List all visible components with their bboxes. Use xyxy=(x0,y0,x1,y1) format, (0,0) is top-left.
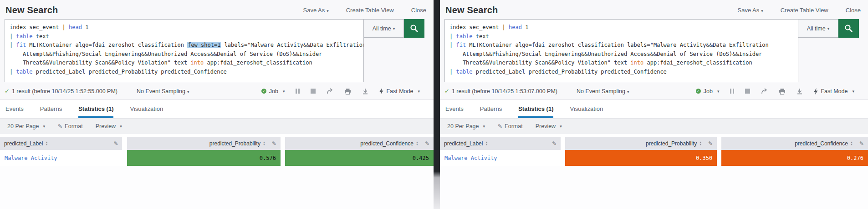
sort-icon[interactable]: ▲▼ xyxy=(45,141,48,146)
edit-column-icon[interactable]: ✎ xyxy=(859,140,864,147)
chevron-down-icon: ▾ xyxy=(852,89,854,94)
search-query-input[interactable]: index=sec_event | head 1| table text| fi… xyxy=(5,19,364,82)
edit-column-icon[interactable]: ✎ xyxy=(425,140,429,147)
lightning-icon xyxy=(814,88,818,95)
column-gap xyxy=(717,137,721,150)
edit-column-icon[interactable]: ✎ xyxy=(113,140,118,147)
panel-top: New Search Save As▾ Create Table View Cl… xyxy=(440,0,868,100)
status-row: ✓ 1 result (before 10/14/25 1:53:07.000 … xyxy=(440,82,868,100)
edit-column-icon[interactable]: ✎ xyxy=(272,140,276,147)
pause-button[interactable] xyxy=(730,89,734,94)
search-button[interactable] xyxy=(404,19,424,38)
event-sampling-dropdown[interactable]: No Event Sampling▾ xyxy=(577,88,629,95)
stop-icon xyxy=(311,89,316,94)
column-header-predicted-probability[interactable]: predicted_Probability ▲▼ ✎ xyxy=(565,137,717,150)
stop-button[interactable] xyxy=(311,89,316,94)
cell-predicted-probability[interactable]: 0.576 xyxy=(127,150,281,166)
column-gap xyxy=(561,137,565,150)
window-divider xyxy=(434,0,440,209)
job-menu[interactable]: ✓ Job▾ xyxy=(261,88,285,95)
empty-area xyxy=(0,166,434,209)
lightning-icon xyxy=(379,88,383,95)
pause-button[interactable] xyxy=(296,89,300,94)
cell-predicted-label[interactable]: Malware Activity xyxy=(440,150,561,166)
sort-icon[interactable]: ▲▼ xyxy=(485,141,488,146)
share-icon xyxy=(327,88,333,94)
close-button[interactable]: Close xyxy=(411,7,426,14)
time-range-picker[interactable]: All time▾ xyxy=(798,19,838,38)
save-as-button[interactable]: Save As▾ xyxy=(737,7,763,14)
column-gap xyxy=(122,137,127,150)
download-icon xyxy=(797,88,803,95)
chevron-down-icon: ▾ xyxy=(827,26,830,31)
search-mode-dropdown[interactable]: Fast Mode▾ xyxy=(814,88,854,95)
sort-icon[interactable]: ▲▼ xyxy=(416,141,419,146)
per-page-dropdown[interactable]: 20 Per Page▾ xyxy=(7,123,45,129)
edit-column-icon[interactable]: ✎ xyxy=(552,140,557,147)
preview-dropdown[interactable]: Preview▾ xyxy=(96,123,122,129)
column-header-predicted-confidence[interactable]: predicted_Confidence ▲▼ ✎ xyxy=(721,137,868,150)
tab-visualization[interactable]: Visualization xyxy=(570,105,603,118)
cell-predicted-label[interactable]: Malware Activity xyxy=(0,150,122,166)
export-button[interactable] xyxy=(362,88,368,95)
preview-dropdown[interactable]: Preview▾ xyxy=(536,123,562,129)
column-header-predicted-probability[interactable]: predicted_Probability ▲▼ ✎ xyxy=(127,137,281,150)
format-button[interactable]: ✎Format xyxy=(498,123,523,129)
empty-area xyxy=(440,166,868,209)
tab-events[interactable]: Events xyxy=(445,105,464,118)
close-button[interactable]: Close xyxy=(846,7,861,14)
tab-patterns[interactable]: Patterns xyxy=(40,105,62,118)
chevron-down-icon: ▾ xyxy=(327,9,329,13)
check-icon: ✓ xyxy=(444,88,449,95)
cell-predicted-probability[interactable]: 0.350 xyxy=(565,150,717,166)
search-icon xyxy=(844,24,853,33)
chevron-down-icon: ▾ xyxy=(418,89,420,94)
header-actions: Save As▾ Create Table View Close xyxy=(737,7,861,14)
tab-statistics[interactable]: Statistics (1) xyxy=(518,105,553,118)
create-table-view-button[interactable]: Create Table View xyxy=(781,7,828,14)
tab-events[interactable]: Events xyxy=(5,105,24,118)
panel-header: New Search Save As▾ Create Table View Cl… xyxy=(440,0,868,18)
result-count-text: 1 result (before 10/14/25 1:52:55.000 PM… xyxy=(12,88,117,95)
search-query-input[interactable]: index=sec_event | head 1| table text| fi… xyxy=(444,19,798,82)
pencil-icon: ✎ xyxy=(58,123,62,129)
result-count-text: 1 result (before 10/14/25 1:53:07.000 PM… xyxy=(452,88,557,95)
tab-statistics[interactable]: Statistics (1) xyxy=(78,105,113,118)
search-mode-dropdown[interactable]: Fast Mode▾ xyxy=(379,88,420,95)
tab-patterns[interactable]: Patterns xyxy=(480,105,502,118)
export-button[interactable] xyxy=(797,88,803,95)
check-icon: ✓ xyxy=(5,88,10,95)
per-page-dropdown[interactable]: 20 Per Page▾ xyxy=(447,123,485,129)
time-range-picker[interactable]: All time▾ xyxy=(364,19,404,38)
cell-predicted-confidence[interactable]: 0.425 xyxy=(285,150,434,166)
create-table-view-button[interactable]: Create Table View xyxy=(346,7,394,14)
job-status-icon: ✓ xyxy=(261,89,266,94)
cell-predicted-confidence[interactable]: 0.276 xyxy=(721,150,868,166)
column-header-predicted-label[interactable]: predicted_Label ▲▼ ✎ xyxy=(440,137,561,150)
chevron-down-icon: ▾ xyxy=(283,89,285,94)
print-button[interactable] xyxy=(344,88,351,95)
save-as-button[interactable]: Save As▾ xyxy=(303,7,328,14)
share-button[interactable] xyxy=(761,88,768,94)
job-menu[interactable]: ✓ Job▾ xyxy=(696,88,720,95)
column-header-predicted-label[interactable]: predicted_Label ▲▼ ✎ xyxy=(0,137,122,150)
table-header-row: predicted_Label ▲▼ ✎ predicted_Probabili… xyxy=(440,137,868,150)
format-button[interactable]: ✎Format xyxy=(58,123,83,129)
status-row: ✓ 1 result (before 10/14/25 1:52:55.000 … xyxy=(0,82,434,100)
chevron-down-icon: ▾ xyxy=(560,124,562,129)
sort-icon[interactable]: ▲▼ xyxy=(263,141,266,146)
search-button[interactable] xyxy=(838,19,859,38)
event-sampling-dropdown[interactable]: No Event Sampling▾ xyxy=(137,88,189,95)
tab-visualization[interactable]: Visualization xyxy=(130,105,163,118)
sort-icon[interactable]: ▲▼ xyxy=(850,141,853,146)
table-header-row: predicted_Label ▲▼ ✎ predicted_Probabili… xyxy=(0,137,434,150)
share-button[interactable] xyxy=(327,88,333,94)
search-bar: index=sec_event | head 1| table text| fi… xyxy=(5,19,424,82)
print-button[interactable] xyxy=(779,88,786,95)
panel-top: New Search Save As▾ Create Table View Cl… xyxy=(0,0,434,100)
stop-button[interactable] xyxy=(745,89,750,94)
edit-column-icon[interactable]: ✎ xyxy=(708,140,713,147)
search-bar: index=sec_event | head 1| table text| fi… xyxy=(444,19,859,82)
sort-icon[interactable]: ▲▼ xyxy=(699,141,702,146)
column-header-predicted-confidence[interactable]: predicted_Confidence ▲▼ ✎ xyxy=(285,137,434,150)
